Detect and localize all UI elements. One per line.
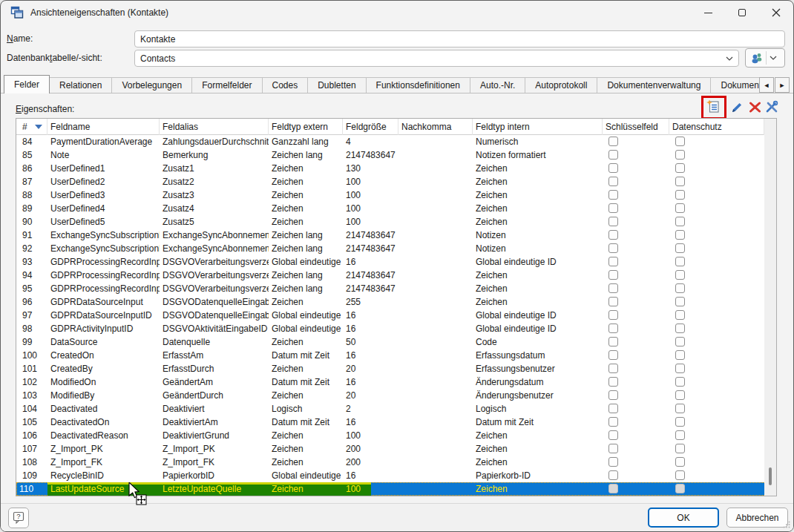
schluesselfeld-checkbox[interactable] xyxy=(608,150,618,160)
column-header-feldname[interactable]: Feldname xyxy=(47,119,160,135)
schluesselfeld-checkbox[interactable] xyxy=(608,417,618,427)
schluesselfeld-checkbox[interactable] xyxy=(608,457,618,467)
column-header-nummer[interactable]: # xyxy=(16,119,47,135)
datenschutz-checkbox[interactable] xyxy=(675,177,685,186)
vertical-scrollbar[interactable] xyxy=(764,119,776,496)
tab-funktionsdefinitionen[interactable]: Funktionsdefinitionen xyxy=(366,77,470,93)
table-row-104[interactable]: 104DeactivatedDeaktiviertLogisch2Logisch xyxy=(16,402,776,416)
datenschutz-checkbox[interactable] xyxy=(675,163,685,173)
delete-field-button[interactable] xyxy=(747,99,762,114)
table-row-102[interactable]: 102ModifiedOnGeändertAmDatum mit Zeit16Ä… xyxy=(16,375,776,389)
schluesselfeld-checkbox[interactable] xyxy=(608,390,618,400)
schluesselfeld-checkbox[interactable] xyxy=(608,137,618,146)
table-row-108[interactable]: 108Z_Import_FKZ_Import_FKZeichen200Zeich… xyxy=(16,456,776,469)
datenschutz-checkbox[interactable] xyxy=(675,404,685,413)
datenschutz-checkbox[interactable] xyxy=(675,364,685,373)
schluesselfeld-checkbox[interactable] xyxy=(608,377,618,387)
table-row-91[interactable]: 91ExchangeSyncSubscriptionIExchangeSyncA… xyxy=(16,229,776,242)
schluesselfeld-checkbox[interactable] xyxy=(608,470,618,480)
contacts-split-button[interactable] xyxy=(745,48,785,68)
schluesselfeld-checkbox[interactable] xyxy=(608,404,618,413)
table-row-99[interactable]: 99DataSourceDatenquelleZeichen50Code xyxy=(16,335,776,349)
datenschutz-checkbox[interactable] xyxy=(675,390,685,400)
column-header-feldtyp-intern[interactable]: Feldtyp intern xyxy=(473,119,603,135)
field-settings-button[interactable] xyxy=(764,99,779,114)
schluesselfeld-checkbox[interactable] xyxy=(608,444,618,453)
datenschutz-checkbox[interactable] xyxy=(675,150,685,160)
schluesselfeld-checkbox[interactable] xyxy=(608,257,618,266)
schluesselfeld-checkbox[interactable] xyxy=(608,230,618,240)
resize-grip[interactable] xyxy=(783,521,790,528)
tab-relationen[interactable]: Relationen xyxy=(49,77,112,93)
schluesselfeld-checkbox[interactable] xyxy=(608,310,618,320)
schluesselfeld-checkbox[interactable] xyxy=(608,364,618,373)
datenschutz-checkbox[interactable] xyxy=(675,137,685,146)
datenschutz-checkbox[interactable] xyxy=(675,457,685,467)
schluesselfeld-checkbox[interactable] xyxy=(608,177,618,186)
scrollbar-thumb[interactable] xyxy=(769,467,772,485)
tab-scroll-right-button[interactable]: ► xyxy=(775,77,790,93)
tab-codes[interactable]: Codes xyxy=(262,77,309,93)
schluesselfeld-checkbox[interactable] xyxy=(608,270,618,280)
schluesselfeld-checkbox[interactable] xyxy=(608,324,618,333)
column-header-datenschutz[interactable]: Datenschutz xyxy=(669,119,764,135)
column-header-feldtyp-extern[interactable]: Feldtyp extern xyxy=(269,119,343,135)
schluesselfeld-checkbox[interactable] xyxy=(608,350,618,360)
schluesselfeld-checkbox[interactable] xyxy=(608,203,618,213)
schluesselfeld-checkbox[interactable] xyxy=(608,297,618,306)
datenschutz-checkbox[interactable] xyxy=(675,377,685,387)
datenschutz-checkbox[interactable] xyxy=(675,230,685,240)
schluesselfeld-checkbox[interactable] xyxy=(608,430,618,440)
datenschutz-checkbox[interactable] xyxy=(675,324,685,333)
schluesselfeld-checkbox[interactable] xyxy=(608,243,618,253)
column-header-feldalias[interactable]: Feldalias xyxy=(160,119,269,135)
datenschutz-checkbox[interactable] xyxy=(675,470,685,480)
tab-dokumentenverwaltung[interactable]: Dokumentenverwaltung xyxy=(597,77,711,93)
table-row-86[interactable]: 86UserDefined1Zusatz1Zeichen130Zeichen xyxy=(16,162,776,175)
table-row-109[interactable]: 109RecycleBinIDPapierkorbIDGlobal eindeu… xyxy=(16,469,776,482)
table-row-89[interactable]: 89UserDefined4Zusatz4Zeichen100Zeichen xyxy=(16,202,776,215)
table-row-87[interactable]: 87UserDefined2Zusatz2Zeichen100Zeichen xyxy=(16,175,776,188)
datenschutz-checkbox[interactable] xyxy=(675,283,685,293)
column-header-feldgroesse[interactable]: Feldgröße xyxy=(343,119,398,135)
datenschutz-checkbox[interactable] xyxy=(675,444,685,453)
datenschutz-checkbox[interactable] xyxy=(675,430,685,440)
tab-scroll-left-button[interactable]: ◄ xyxy=(759,77,774,93)
tab-felder[interactable]: Felder xyxy=(4,75,50,93)
datenschutz-checkbox[interactable] xyxy=(675,270,685,280)
table-row-107[interactable]: 107Z_Import_PKZ_Import_PKZeichen200Zeich… xyxy=(16,442,776,456)
column-header-nachkomma[interactable]: Nachkomma xyxy=(398,119,473,135)
table-row-88[interactable]: 88UserDefined3Zusatz3Zeichen100Zeichen xyxy=(16,188,776,202)
table-row-92[interactable]: 92ExchangeSyncSubscriptionIExchangeSyncA… xyxy=(16,242,776,255)
datenschutz-checkbox[interactable] xyxy=(675,484,685,493)
datenschutz-checkbox[interactable] xyxy=(675,217,685,226)
name-input[interactable]: Kontakte xyxy=(134,30,785,47)
datenschutz-checkbox[interactable] xyxy=(675,310,685,320)
datenschutz-checkbox[interactable] xyxy=(675,417,685,427)
datenschutz-checkbox[interactable] xyxy=(675,190,685,200)
tab-autoprotokoll[interactable]: Autoprotokoll xyxy=(525,77,597,93)
schluesselfeld-checkbox[interactable] xyxy=(608,283,618,293)
help-button[interactable]: ? xyxy=(8,508,29,528)
schluesselfeld-checkbox[interactable] xyxy=(608,217,618,226)
table-row-84[interactable]: 84PaymentDurationAverageZahlungsdauerDur… xyxy=(16,135,776,148)
schluesselfeld-checkbox[interactable] xyxy=(608,484,618,493)
table-row-105[interactable]: 105DeactivatedOnDeaktiviertAmDatum mit Z… xyxy=(16,416,776,429)
table-row-85[interactable]: 85NoteBemerkungZeichen lang2147483647Not… xyxy=(16,148,776,162)
schluesselfeld-checkbox[interactable] xyxy=(608,163,618,173)
datenschutz-checkbox[interactable] xyxy=(675,203,685,213)
table-row-95[interactable]: 95GDPRProcessingRecordInpuDSGVOVerarbeit… xyxy=(16,282,776,295)
cancel-button[interactable]: Abbrechen xyxy=(726,508,788,528)
datenschutz-checkbox[interactable] xyxy=(675,243,685,253)
tab-auto-nr-[interactable]: Auto.-Nr. xyxy=(470,77,525,93)
table-row-97[interactable]: 97GDPRDataSourceInputIDDSGVODatenquelleE… xyxy=(16,309,776,322)
datenschutz-checkbox[interactable] xyxy=(675,297,685,306)
datenschutz-checkbox[interactable] xyxy=(675,350,685,360)
schluesselfeld-checkbox[interactable] xyxy=(608,337,618,347)
tab-formelfelder[interactable]: Formelfelder xyxy=(191,77,262,93)
table-row-100[interactable]: 100CreatedOnErfasstAmDatum mit Zeit16Erf… xyxy=(16,349,776,362)
table-row-93[interactable]: 93GDPRProcessingRecordInpuDSGVOVerarbeit… xyxy=(16,255,776,269)
maximize-button[interactable] xyxy=(725,1,759,24)
close-button[interactable] xyxy=(759,1,793,24)
new-field-button[interactable] xyxy=(706,99,721,114)
